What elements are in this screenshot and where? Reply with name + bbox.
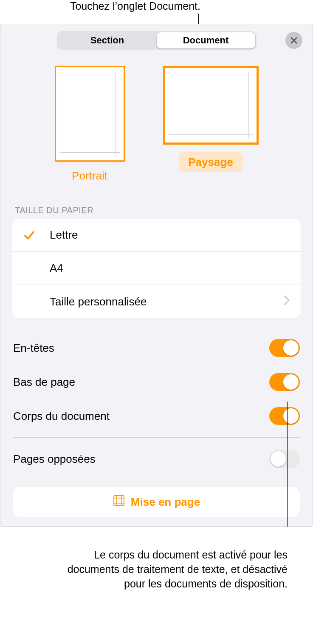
tab-document-label: Document [183, 35, 229, 46]
layout-button-label: Mise en page [131, 496, 200, 509]
toggle-facing[interactable] [269, 450, 300, 468]
callout-top: Touchez l’onglet Document. [0, 0, 313, 24]
close-button[interactable] [285, 32, 302, 49]
paper-size-custom-label: Taille personnalisée [50, 295, 284, 308]
check-icon [23, 229, 50, 241]
toggle-footers-label: Bas de page [13, 376, 75, 389]
tab-section[interactable]: Section [58, 32, 157, 48]
orientation-portrait-label: Portrait [72, 169, 107, 182]
toggle-body-row: Corps du document [13, 399, 300, 433]
toggle-body-label: Corps du document [13, 410, 110, 423]
paper-size-a4[interactable]: A4 [12, 252, 301, 285]
layout-margins-icon [113, 495, 125, 510]
paper-size-custom[interactable]: Taille personnalisée [12, 285, 301, 318]
paper-size-letter-label: Lettre [50, 228, 290, 242]
svg-rect-0 [114, 496, 124, 506]
tabs-segmented-control: Section Document [57, 31, 257, 50]
document-settings-panel: Section Document [0, 24, 313, 527]
toggle-body[interactable] [269, 407, 300, 425]
tab-section-label: Section [90, 35, 124, 46]
toggle-headers[interactable] [269, 339, 300, 357]
tab-document[interactable]: Document [157, 32, 255, 48]
paper-size-a4-label: A4 [50, 262, 290, 275]
landscape-preview [163, 66, 259, 145]
orientation-landscape[interactable]: Paysage [163, 66, 259, 182]
callout-top-text: Touchez l’onglet Document. [70, 0, 200, 12]
close-icon [290, 37, 298, 44]
chevron-right-icon [284, 295, 290, 308]
orientation-portrait[interactable]: Portrait [55, 66, 125, 182]
toggle-headers-label: En-têtes [13, 342, 54, 355]
toggle-facing-row: Pages opposées [13, 442, 300, 476]
callout-top-leader [198, 14, 199, 24]
toggle-footers-row: Bas de page [13, 365, 300, 399]
callout-bottom: Le corps du document est activé pour les… [0, 527, 313, 591]
paper-size-list: Lettre A4 Taille personnalisée [12, 219, 301, 318]
layout-button[interactable]: Mise en page [13, 487, 300, 517]
paper-size-header: TAILLE DU PAPIER [0, 182, 313, 219]
toggle-facing-label: Pages opposées [13, 453, 96, 466]
divider [13, 437, 300, 438]
callout-bottom-text: Le corps du document est activé pour les… [0, 548, 313, 591]
toggle-footers[interactable] [269, 373, 300, 391]
paper-size-letter[interactable]: Lettre [12, 219, 301, 252]
callout-bottom-leader [287, 402, 288, 527]
toggle-headers-row: En-têtes [13, 331, 300, 365]
portrait-preview [55, 66, 125, 162]
orientation-landscape-label: Paysage [179, 152, 243, 172]
